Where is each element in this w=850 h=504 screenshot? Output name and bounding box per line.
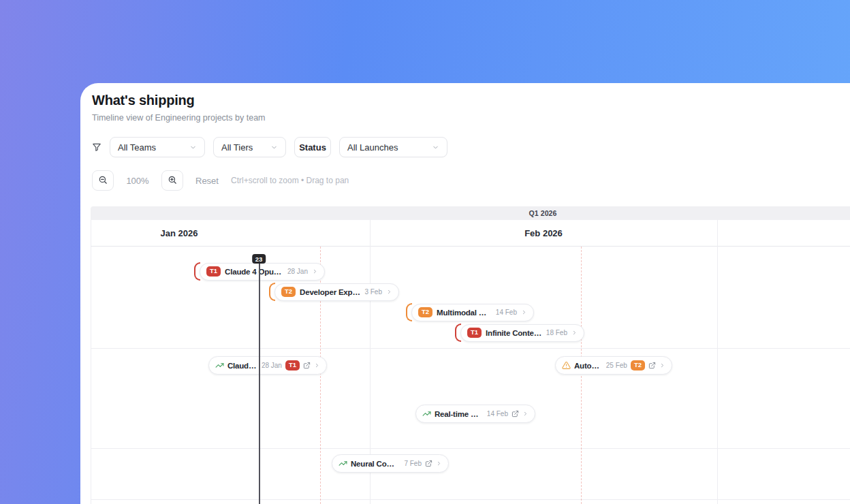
external-link-icon (648, 362, 656, 369)
launch-label: Claude 4 ... (227, 362, 258, 370)
project-bar-infinite-context[interactable]: T1 Infinite Context + ... 18 Feb (455, 324, 584, 342)
project-date: 14 Feb (496, 309, 517, 316)
month-divider (717, 220, 718, 504)
row-divider (91, 448, 850, 449)
launches-filter-value: All Launches (347, 142, 398, 153)
zoom-toolbar: 100% Reset Ctrl+scroll to zoom • Drag to… (92, 170, 349, 191)
teams-filter-dropdown[interactable]: All Teams (110, 137, 205, 157)
project-bar-multimodal-realtime[interactable]: T2 Multimodal Real-t... 14 Feb (406, 303, 534, 321)
trending-up-icon (215, 361, 224, 370)
milestone-dashed-line (581, 247, 582, 504)
today-marker-line (259, 255, 260, 504)
launch-label: Neural Computer... (351, 460, 400, 468)
project-date: 28 Jan (287, 268, 308, 275)
chevron-down-icon (270, 144, 278, 151)
project-label: Infinite Context + ... (486, 329, 542, 337)
trending-up-icon (339, 459, 347, 468)
tier-badge: T2 (631, 360, 645, 370)
external-link-icon (303, 362, 311, 369)
chevron-right-icon (386, 289, 392, 295)
tier-badge: T2 (281, 287, 296, 296)
zoom-out-button[interactable] (92, 170, 114, 191)
teams-filter-value: All Teams (118, 142, 156, 153)
reset-zoom-button[interactable]: Reset (195, 176, 219, 186)
launch-label: Autonomo... (574, 362, 603, 370)
chevron-right-icon (312, 268, 318, 274)
chevron-right-icon (521, 309, 527, 315)
zoom-out-icon (98, 175, 108, 187)
chevron-down-icon (432, 144, 439, 151)
page-title: What's shipping (92, 93, 195, 108)
project-label: Claude 4 Opus + ... (225, 268, 283, 276)
project-date: 3 Feb (364, 288, 382, 296)
tier-badge: T1 (285, 360, 300, 370)
launch-pill-realtime-multi[interactable]: Real-time Multi... 14 Feb (415, 405, 535, 423)
external-link-icon (511, 410, 519, 418)
chevron-right-icon (436, 460, 442, 467)
project-label: Multimodal Real-t... (437, 309, 492, 317)
chevron-right-icon (314, 362, 320, 368)
month-label-feb: Feb 2026 (524, 228, 563, 238)
quarter-header: Q1 2026 (91, 206, 850, 220)
month-header-row: Jan 2026 Feb 2026 (91, 220, 850, 247)
tier-badge: T2 (418, 307, 432, 317)
chevron-right-icon (522, 411, 529, 417)
chevron-down-icon (189, 144, 197, 151)
trending-up-icon (422, 409, 431, 418)
launch-label: Real-time Multi... (435, 410, 484, 418)
tier-badge: T1 (467, 328, 482, 337)
alert-triangle-icon (562, 361, 571, 370)
status-filter-label: Status (299, 142, 326, 153)
timeline-grid (91, 247, 850, 504)
tiers-filter-value: All Tiers (221, 142, 253, 153)
tiers-filter-dropdown[interactable]: All Tiers (213, 137, 286, 157)
project-date: 18 Feb (546, 329, 567, 336)
status-filter-button[interactable]: Status (294, 137, 331, 157)
row-divider (91, 348, 850, 349)
filter-icon (92, 142, 101, 152)
chevron-right-icon (659, 362, 665, 368)
today-marker-badge: 23 (252, 254, 266, 264)
launch-date: 25 Feb (606, 362, 627, 369)
zoom-in-icon (168, 175, 177, 187)
project-bar-developer-experience[interactable]: T2 Developer Experie... 3 Feb (269, 283, 399, 301)
zoom-in-button[interactable] (161, 170, 183, 191)
zoom-hint-text: Ctrl+scroll to zoom • Drag to pan (231, 176, 349, 185)
timeline-canvas[interactable]: Q1 2026 Jan 2026 Feb 2026 23 T1 Claude 4… (91, 206, 850, 504)
launch-pill-claude-4[interactable]: Claude 4 ... 28 Jan T1 (208, 356, 327, 375)
launch-date: 28 Jan (262, 362, 282, 369)
chevron-right-icon (571, 330, 578, 336)
whats-shipping-card: What's shipping Timeline view of Enginee… (80, 83, 850, 504)
project-label: Developer Experie... (300, 288, 360, 296)
launch-date: 14 Feb (487, 410, 508, 418)
launch-pill-autonomous[interactable]: Autonomo... 25 Feb T2 (555, 356, 672, 375)
tier-badge: T1 (206, 266, 221, 276)
quarter-label: Q1 2026 (529, 209, 557, 217)
launches-filter-dropdown[interactable]: All Launches (339, 137, 447, 157)
zoom-level: 100% (126, 176, 149, 186)
page-subtitle: Timeline view of Engineering projects by… (92, 113, 266, 123)
launch-pill-neural-computer[interactable]: Neural Computer... 7 Feb (332, 454, 449, 473)
month-label-jan: Jan 2026 (161, 228, 198, 238)
filter-toolbar: All Teams All Tiers Status All Launches (92, 137, 447, 157)
row-divider (91, 499, 850, 500)
external-link-icon (425, 460, 432, 467)
launch-date: 7 Feb (404, 460, 422, 467)
